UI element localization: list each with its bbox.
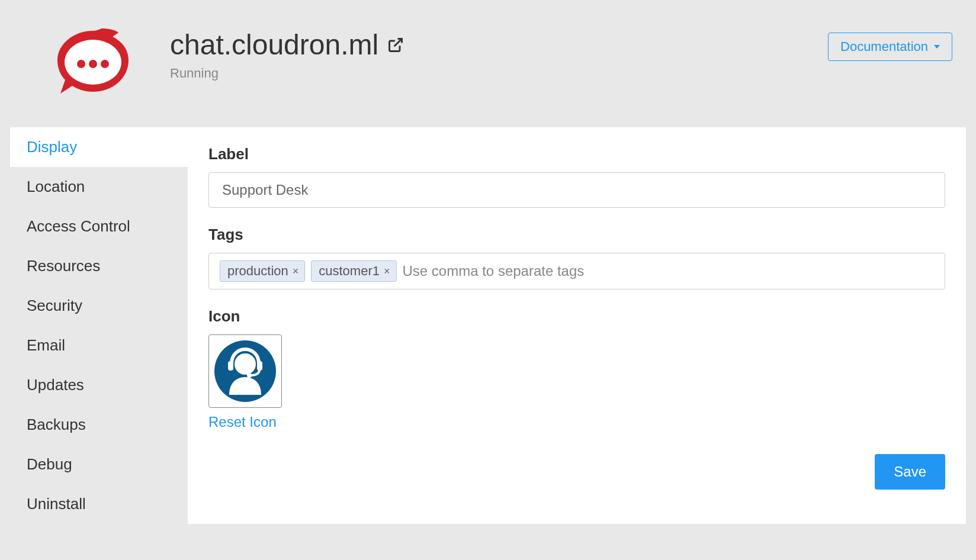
reset-icon-link[interactable]: Reset Icon	[208, 414, 277, 430]
svg-line-4	[394, 38, 402, 46]
sidebar-item-uninstall[interactable]: Uninstall	[10, 484, 188, 524]
svg-point-3	[101, 60, 109, 68]
tag-remove-icon[interactable]: ×	[383, 265, 391, 278]
button-row: Save	[208, 454, 945, 490]
tag-label: production	[227, 263, 288, 279]
title-text: chat.cloudron.ml	[170, 28, 378, 61]
svg-point-1	[77, 60, 85, 68]
form-group-tags: Tags production × customer1 ×	[208, 226, 945, 289]
sidebar-item-email[interactable]: Email	[10, 326, 188, 365]
sidebar-item-debug[interactable]: Debug	[10, 445, 188, 484]
tag-remove-icon[interactable]: ×	[291, 265, 300, 278]
content-panel: Label Tags production × customer1 × Icon	[188, 127, 966, 524]
label-heading: Label	[208, 145, 945, 163]
documentation-label: Documentation	[840, 39, 928, 54]
page-title: chat.cloudron.ml	[170, 28, 828, 61]
external-link-icon[interactable]	[387, 37, 404, 53]
tags-input[interactable]	[403, 263, 935, 279]
sidebar-item-label: Access Control	[27, 217, 130, 235]
form-group-icon: Icon Reset Icon	[208, 307, 945, 430]
tag-customer1: customer1 ×	[311, 260, 396, 282]
sidebar: Display Location Access Control Resource…	[10, 127, 188, 524]
status-text: Running	[170, 66, 828, 81]
icon-preview[interactable]	[208, 334, 282, 408]
sidebar-item-label: Debug	[27, 455, 72, 473]
svg-rect-7	[228, 361, 233, 371]
caret-down-icon	[934, 45, 940, 49]
sidebar-item-label: Display	[27, 138, 77, 156]
sidebar-item-label: Backups	[27, 416, 86, 433]
sidebar-item-label: Uninstall	[27, 495, 86, 513]
form-group-label: Label	[208, 145, 945, 208]
label-input[interactable]	[208, 172, 945, 208]
svg-point-9	[247, 373, 252, 378]
documentation-button[interactable]: Documentation	[828, 33, 952, 61]
sidebar-item-label: Email	[27, 336, 65, 354]
sidebar-item-resources[interactable]: Resources	[10, 246, 188, 286]
icon-heading: Icon	[208, 307, 945, 326]
sidebar-item-security[interactable]: Security	[10, 286, 188, 326]
svg-point-2	[89, 60, 97, 68]
sidebar-item-updates[interactable]: Updates	[10, 365, 188, 405]
sidebar-item-access-control[interactable]: Access Control	[10, 207, 188, 246]
main-container: Display Location Access Control Resource…	[10, 127, 966, 524]
tag-production: production ×	[220, 260, 305, 282]
sidebar-item-label: Location	[27, 178, 85, 195]
tags-heading: Tags	[208, 226, 945, 244]
tags-container[interactable]: production × customer1 ×	[208, 253, 945, 289]
sidebar-item-display[interactable]: Display	[10, 127, 188, 167]
save-button[interactable]: Save	[875, 454, 945, 490]
header-info: chat.cloudron.ml Running	[170, 18, 828, 81]
sidebar-item-backups[interactable]: Backups	[10, 405, 188, 445]
tag-label: customer1	[319, 263, 380, 279]
sidebar-item-label: Security	[27, 297, 82, 314]
sidebar-item-label: Updates	[27, 376, 84, 394]
header: chat.cloudron.ml Running Documentation	[0, 0, 976, 118]
svg-point-6	[235, 353, 256, 375]
sidebar-item-location[interactable]: Location	[10, 167, 188, 207]
app-logo	[49, 18, 137, 107]
sidebar-item-label: Resources	[27, 257, 100, 275]
